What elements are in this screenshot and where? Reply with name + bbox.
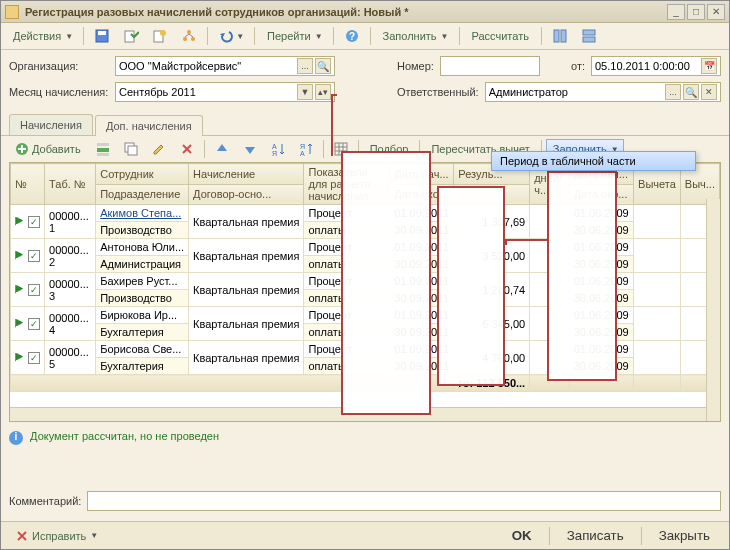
row-checkbox[interactable]: ✓ xyxy=(28,318,40,330)
cell-ind1: Процент xyxy=(304,239,390,256)
insert-row-button[interactable] xyxy=(90,139,116,159)
select-button[interactable]: Подбор xyxy=(363,139,416,159)
cell-emp: Бирюкова Ир... xyxy=(96,307,189,324)
table-row-sub[interactable]: Производствооплаты30.09.201130.06.2009 xyxy=(11,290,720,307)
grid-mode-button[interactable] xyxy=(328,139,354,159)
date-input[interactable]: 05.10.2011 0:00:00 📅 xyxy=(591,56,721,76)
col-emp[interactable]: Сотрудник xyxy=(96,164,189,185)
close-doc-button[interactable]: Закрыть xyxy=(648,524,721,547)
table-row-sub[interactable]: Администрацияоплаты30.09.201130.06.2009 xyxy=(11,256,720,273)
calendar-button[interactable]: 📅 xyxy=(701,58,717,74)
table-row-sub[interactable]: Бухгалтерияоплаты30.09.201130.06.2009 xyxy=(11,324,720,341)
svg-rect-17 xyxy=(97,153,109,156)
copy-row-button[interactable] xyxy=(118,139,144,159)
resp-clear-button[interactable]: ✕ xyxy=(701,84,717,100)
svg-text:A: A xyxy=(300,150,305,157)
menu-item-period[interactable]: Период в табличной части xyxy=(491,151,696,171)
resp-select-button[interactable]: ... xyxy=(665,84,681,100)
cell-ind1: Процент xyxy=(304,205,390,222)
cell-res: 4 760,00 xyxy=(454,341,530,375)
month-spin-button[interactable]: ▴▾ xyxy=(315,84,331,100)
fix-button[interactable]: Исправить▼ xyxy=(9,526,103,546)
save-button[interactable]: Записать xyxy=(556,524,635,547)
save-icon xyxy=(94,28,110,44)
bottom-bar: Исправить▼ OK Записать Закрыть xyxy=(1,521,729,549)
table-row-sub[interactable]: Производствооплаты30.09.201130.06.2009 xyxy=(11,222,720,239)
tab-accruals[interactable]: Начисления xyxy=(9,114,93,135)
col-n[interactable]: № xyxy=(11,164,45,205)
layout2-button[interactable] xyxy=(576,26,602,46)
number-input[interactable] xyxy=(440,56,540,76)
help-button[interactable]: ? xyxy=(339,26,365,46)
fix-icon xyxy=(14,528,30,544)
open-button[interactable]: 🔍 xyxy=(315,58,331,74)
cell-res: 1 307,69 xyxy=(454,205,530,239)
cell-tab: 00000...2 xyxy=(45,239,96,273)
resp-input[interactable]: Администратор ... 🔍 ✕ xyxy=(485,82,721,102)
table-row[interactable]: ⯈ ✓00000...1Акимов Степа...Квартальная п… xyxy=(11,205,720,222)
col-subd[interactable]: Подразделение xyxy=(96,184,189,205)
row-checkbox[interactable]: ✓ xyxy=(28,352,40,364)
resp-open-button[interactable]: 🔍 xyxy=(683,84,699,100)
resp-label: Ответственный: xyxy=(397,86,479,98)
repost-button[interactable] xyxy=(147,26,173,46)
cell-res: 6 345,00 xyxy=(454,307,530,341)
ok-button[interactable]: OK xyxy=(501,524,543,547)
total-row: го: 112 550... xyxy=(11,375,720,392)
row-checkbox[interactable]: ✓ xyxy=(28,284,40,296)
cell-ind1: Процент xyxy=(304,307,390,324)
cell-dept: Производство xyxy=(96,290,189,307)
actions-menu[interactable]: Действия▼ xyxy=(6,26,78,46)
col-accr[interactable]: Начисление xyxy=(189,164,304,185)
row-checkbox[interactable]: ✓ xyxy=(28,216,40,228)
cell-d1: 01.09.2011 xyxy=(390,341,454,358)
save-icon-button[interactable] xyxy=(89,26,115,46)
recalc-button[interactable]: Рассчитать xyxy=(465,26,536,46)
move-down-button[interactable] xyxy=(237,139,263,159)
col-de2[interactable]: Дата око... xyxy=(569,184,633,205)
cell-ind2: оплаты xyxy=(304,290,390,307)
sort-asc-button[interactable]: AЯ xyxy=(265,139,291,159)
select-button[interactable]: ... xyxy=(297,58,313,74)
add-row-button[interactable]: Добавить xyxy=(9,139,88,159)
post-button[interactable] xyxy=(118,26,144,46)
goto-menu[interactable]: Перейти▼ xyxy=(260,26,328,46)
row-flag-icon: ⯈ xyxy=(15,318,25,329)
tab-additional[interactable]: Доп. начисления xyxy=(95,115,203,136)
svg-point-6 xyxy=(183,37,187,41)
maximize-button[interactable]: □ xyxy=(687,4,705,20)
col-d-start[interactable]: Дата нач... xyxy=(390,164,454,185)
month-input[interactable]: Сентябрь 2011 ▼ ▴▾ xyxy=(115,82,335,102)
cell-d2: 30.09.2011 xyxy=(390,290,454,307)
table-row[interactable]: ⯈ ✓00000...4Бирюкова Ир...Квартальная пр… xyxy=(11,307,720,324)
plus-icon xyxy=(14,141,30,157)
comment-input[interactable] xyxy=(87,491,721,511)
fill-menu[interactable]: Заполнить▼ xyxy=(376,26,454,46)
cell-tab: 00000...5 xyxy=(45,341,96,375)
table-row-sub[interactable]: Бухгалтерияоплаты30.09.201130.06.2009 xyxy=(11,358,720,375)
table-row[interactable]: ⯈ ✓00000...5Борисова Све...Квартальная п… xyxy=(11,341,720,358)
col-tab[interactable]: Таб. № xyxy=(45,164,96,205)
scrollbar-horizontal[interactable] xyxy=(10,407,706,421)
scrollbar-vertical[interactable] xyxy=(706,199,720,421)
col-indic[interactable]: Показатели для расчета начисления xyxy=(304,164,390,205)
table-row[interactable]: ⯈ ✓00000...2Антонова Юли...Квартальная п… xyxy=(11,239,720,256)
sort-desc-button[interactable]: ЯA xyxy=(293,139,319,159)
structure-button[interactable] xyxy=(176,26,202,46)
layout1-button[interactable] xyxy=(547,26,573,46)
row-checkbox[interactable]: ✓ xyxy=(28,250,40,262)
delete-row-button[interactable] xyxy=(174,139,200,159)
close-button[interactable]: ✕ xyxy=(707,4,725,20)
month-dropdown-button[interactable]: ▼ xyxy=(297,84,313,100)
cell-accr: Квартальная премия xyxy=(189,205,304,239)
move-up-button[interactable] xyxy=(209,139,235,159)
minimize-button[interactable]: _ xyxy=(667,4,685,20)
edit-row-button[interactable] xyxy=(146,139,172,159)
svg-text:Я: Я xyxy=(272,150,277,157)
table-row[interactable]: ⯈ ✓00000...3Бахирев Руст...Квартальная п… xyxy=(11,273,720,290)
org-input[interactable]: ООО "Майстройсервис" ... 🔍 xyxy=(115,56,335,76)
cell-de2: 30.06.2009 xyxy=(569,358,633,375)
col-d-end[interactable]: Дата око... xyxy=(390,184,454,205)
col-contr[interactable]: Договор-осно... xyxy=(189,184,304,205)
undo-button[interactable]: ▼ xyxy=(213,26,249,46)
